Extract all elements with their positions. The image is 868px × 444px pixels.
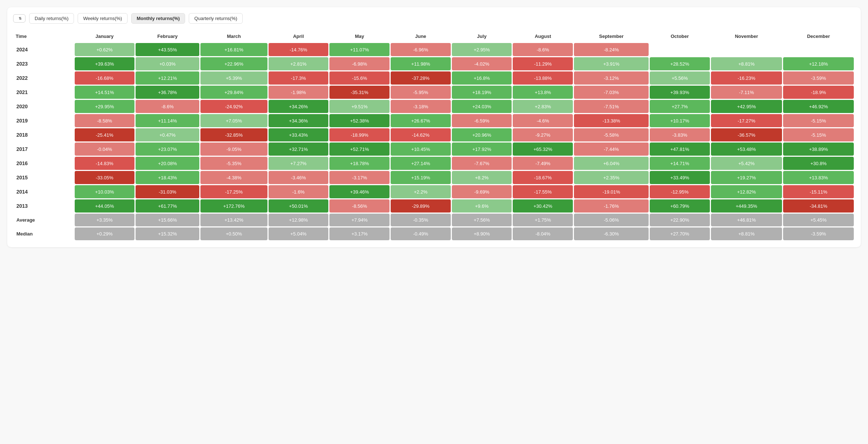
data-cell: -17.25%	[200, 185, 267, 198]
summary-cell: +5.45%	[783, 214, 854, 226]
data-cell: +2.95%	[452, 43, 512, 56]
year-cell: 2024	[14, 43, 74, 56]
col-header-february: February	[136, 31, 199, 42]
data-cell: -18.9%	[783, 86, 854, 99]
table-row: 2021+14.51%+36.78%+29.84%-1.98%-35.31%-5…	[14, 86, 854, 99]
data-cell: +34.26%	[269, 100, 329, 113]
data-cell: -15.11%	[783, 185, 854, 198]
data-cell: +12.21%	[136, 71, 199, 85]
data-cell: +28.52%	[650, 57, 710, 70]
data-cell: +2.81%	[269, 57, 329, 70]
data-cell: -32.85%	[200, 128, 267, 141]
summary-cell: +7.56%	[452, 214, 512, 226]
data-cell: -13.38%	[574, 114, 649, 127]
table-row: 2022-16.68%+12.21%+5.39%-17.3%-15.6%-37.…	[14, 71, 854, 85]
data-cell: +2.35%	[574, 171, 649, 184]
summary-cell: +0.29%	[75, 227, 135, 240]
data-cell: -31.03%	[136, 185, 199, 198]
data-cell: -18.67%	[513, 171, 573, 184]
data-cell: +5.56%	[650, 71, 710, 85]
data-cell: -14.83%	[75, 157, 135, 170]
table-row: 2019-8.58%+11.14%+7.05%+34.36%+52.38%+26…	[14, 114, 854, 127]
summary-cell: -0.35%	[391, 214, 451, 226]
col-header-march: March	[200, 31, 267, 42]
col-header-july: July	[452, 31, 512, 42]
data-cell: -8.56%	[329, 199, 390, 213]
data-cell: -36.57%	[711, 128, 782, 141]
summary-cell: +3.35%	[75, 214, 135, 226]
data-cell: +11.98%	[391, 57, 451, 70]
data-cell: -3.18%	[391, 100, 451, 113]
data-cell: +30.8%	[783, 157, 854, 170]
data-cell: -37.28%	[391, 71, 451, 85]
data-cell: +32.71%	[269, 143, 329, 156]
summary-cell: +5.04%	[269, 227, 329, 240]
tab-daily[interactable]: Daily returns(%)	[29, 13, 74, 24]
data-cell: +14.71%	[650, 157, 710, 170]
table-row: 2013+44.05%+61.77%+172.76%+50.01%-8.56%-…	[14, 199, 854, 213]
data-cell: -7.11%	[711, 86, 782, 99]
data-cell: -7.44%	[574, 143, 649, 156]
data-cell: +10.17%	[650, 114, 710, 127]
summary-cell: +13.42%	[200, 214, 267, 226]
toolbar: ⇅ Daily returns(%) Weekly returns(%) Mon…	[13, 13, 855, 24]
summary-cell: -5.06%	[574, 214, 649, 226]
data-cell: +65.32%	[513, 143, 573, 156]
data-cell: +24.03%	[452, 100, 512, 113]
data-cell: -3.83%	[650, 128, 710, 141]
data-cell: +172.76%	[200, 199, 267, 213]
data-cell: +42.95%	[711, 100, 782, 113]
col-header-june: June	[391, 31, 451, 42]
data-cell: +17.92%	[452, 143, 512, 156]
data-cell: +34.36%	[269, 114, 329, 127]
year-cell: 2018	[14, 128, 74, 141]
year-cell: 2020	[14, 100, 74, 113]
data-cell: -29.89%	[391, 199, 451, 213]
year-cell: 2013	[14, 199, 74, 213]
summary-cell: +15.66%	[136, 214, 199, 226]
summary-cell: -6.30%	[574, 227, 649, 240]
summary-cell: +46.81%	[711, 214, 782, 226]
data-cell: -5.15%	[783, 114, 854, 127]
data-cell	[650, 43, 710, 56]
data-cell: -1.6%	[269, 185, 329, 198]
data-cell: -4.6%	[513, 114, 573, 127]
data-cell: +39.63%	[75, 57, 135, 70]
tab-quarterly[interactable]: Quarterly returns(%)	[189, 13, 243, 24]
summary-cell: +7.94%	[329, 214, 390, 226]
col-header-may: May	[329, 31, 390, 42]
data-cell: +7.05%	[200, 114, 267, 127]
data-cell: +5.39%	[200, 71, 267, 85]
data-cell: +50.01%	[269, 199, 329, 213]
data-cell: +38.89%	[783, 143, 854, 156]
col-header-october: October	[650, 31, 710, 42]
year-cell: 2015	[14, 171, 74, 184]
data-cell: -1.98%	[269, 86, 329, 99]
data-cell: +16.81%	[200, 43, 267, 56]
data-cell: -1.76%	[574, 199, 649, 213]
data-cell: +47.81%	[650, 143, 710, 156]
data-cell: -18.99%	[329, 128, 390, 141]
data-cell: -3.12%	[574, 71, 649, 85]
data-cell: -15.6%	[329, 71, 390, 85]
data-cell: -14.62%	[391, 128, 451, 141]
data-cell: +0.03%	[136, 57, 199, 70]
data-cell: +20.96%	[452, 128, 512, 141]
data-cell: +12.18%	[783, 57, 854, 70]
data-cell: +39.46%	[329, 185, 390, 198]
data-cell: +10.45%	[391, 143, 451, 156]
data-cell: -6.96%	[391, 43, 451, 56]
data-cell: +19.27%	[711, 171, 782, 184]
tab-weekly[interactable]: Weekly returns(%)	[78, 13, 128, 24]
data-cell: -5.35%	[200, 157, 267, 170]
data-cell: +20.08%	[136, 157, 199, 170]
asset-selector[interactable]: ⇅	[13, 14, 26, 23]
col-header-december: December	[783, 31, 854, 42]
summary-cell: +1.75%	[513, 214, 573, 226]
data-cell: -8.6%	[136, 100, 199, 113]
col-header-august: August	[513, 31, 573, 42]
tab-monthly[interactable]: Monthly returns(%)	[131, 13, 185, 24]
table-row: 2024+0.62%+43.55%+16.81%-14.76%+11.07%-6…	[14, 43, 854, 56]
data-cell: +44.05%	[75, 199, 135, 213]
table-row: 2016-14.83%+20.08%-5.35%+7.27%+18.78%+27…	[14, 157, 854, 170]
